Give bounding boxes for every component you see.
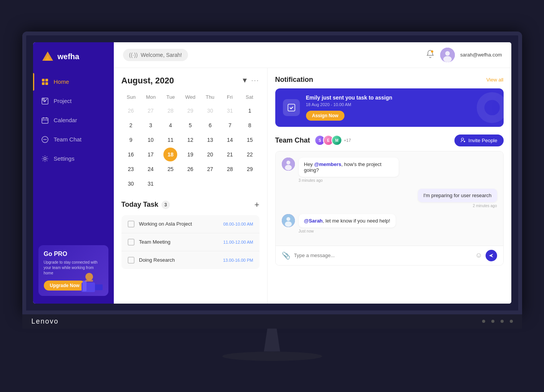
cal-day[interactable]: 6 <box>203 118 217 132</box>
cal-day[interactable]: 3 <box>144 118 158 132</box>
add-task-button[interactable]: + <box>255 200 260 210</box>
cal-day[interactable]: 19 <box>183 148 197 161</box>
cal-day[interactable]: 31 <box>144 177 158 191</box>
svg-rect-16 <box>85 280 93 282</box>
sidebar-item-teamchat[interactable]: Team Chat <box>33 131 114 148</box>
chat-message-input[interactable] <box>294 252 472 258</box>
invite-icon <box>461 138 466 143</box>
sidebar-item-project[interactable]: Project <box>33 92 114 110</box>
cal-day[interactable]: 15 <box>243 133 257 147</box>
cal-day[interactable]: 30 <box>124 177 138 191</box>
user-avatar <box>440 48 455 62</box>
cal-day[interactable]: 28 <box>223 162 237 176</box>
calendar-grid: Sun Mon Tue Wed Thu Fri Sat 26 <box>121 93 260 191</box>
tasks-header: Today Task 3 + <box>121 200 260 210</box>
svg-point-15 <box>85 273 93 281</box>
task-checkbox-3[interactable] <box>128 257 135 264</box>
cal-day <box>243 177 257 191</box>
svg-rect-14 <box>83 281 87 291</box>
body-area: August, 2020 ▼ ··· Sun Mon Tue W <box>114 68 511 304</box>
cal-day[interactable]: 29 <box>243 162 257 176</box>
cal-day[interactable]: 1 <box>243 104 257 118</box>
view-all-link[interactable]: View all <box>486 77 504 83</box>
cal-day[interactable]: 11 <box>163 133 177 147</box>
emoji-icon[interactable]: ☺ <box>475 251 482 259</box>
svg-point-11 <box>45 139 46 140</box>
cal-day[interactable]: 13 <box>203 133 217 147</box>
svg-point-26 <box>285 165 292 170</box>
calendar-more-options[interactable]: ··· <box>251 76 259 85</box>
calendar-dropdown-arrow[interactable]: ▼ <box>241 76 248 85</box>
cal-day[interactable]: 8 <box>243 118 257 132</box>
cal-day[interactable]: 23 <box>124 162 138 176</box>
task-checkbox-2[interactable] <box>128 239 135 246</box>
cal-day[interactable]: 26 <box>183 162 197 176</box>
cal-day[interactable]: 30 <box>203 104 217 118</box>
cal-day[interactable]: 4 <box>163 118 177 132</box>
welcome-text: Welcome, Sarah! <box>141 52 182 58</box>
cal-day[interactable]: 9 <box>124 133 138 147</box>
msg-avatar-1 <box>282 158 295 171</box>
logo-icon <box>41 50 55 64</box>
msg-bubble-2: I'm preparing for user research <box>418 189 497 202</box>
task-item-1: Working on Asla Project 08.00-10.00 AM <box>121 215 260 233</box>
msg-bubble-wrapper-3: @Sarah, let me know if you need help! Ju… <box>299 214 396 233</box>
weekday-sun: Sun <box>121 93 141 101</box>
invite-people-button[interactable]: Invite People <box>454 135 503 146</box>
cal-day-today[interactable]: 18 <box>163 148 177 161</box>
cal-day[interactable]: 21 <box>223 148 237 161</box>
weekday-thu: Thu <box>200 93 220 101</box>
cal-day[interactable]: 12 <box>183 133 197 147</box>
messages-body: Hey @members, how's the project going? 3… <box>276 151 503 246</box>
sidebar-item-settings[interactable]: Settings <box>33 150 114 168</box>
main-content: ((·)) Welcome, Sarah! <box>114 42 511 304</box>
cal-day[interactable]: 16 <box>124 148 138 161</box>
svg-point-23 <box>461 138 464 140</box>
svg-point-20 <box>445 51 450 56</box>
svg-point-12 <box>44 158 46 160</box>
mention-sarah: @Sarah <box>304 218 323 224</box>
cal-day[interactable]: 29 <box>183 104 197 118</box>
task-name-1: Working on Asla Project <box>139 221 219 227</box>
svg-point-25 <box>286 161 290 164</box>
cal-day[interactable]: 10 <box>144 133 158 147</box>
cal-day[interactable]: 31 <box>223 104 237 118</box>
cal-day[interactable]: 27 <box>203 162 217 176</box>
svg-rect-3 <box>45 79 48 81</box>
calendar-weekdays: Sun Mon Tue Wed Thu Fri Sat <box>121 93 260 101</box>
sidebar-item-home[interactable]: Home <box>33 73 114 91</box>
send-icon <box>489 253 494 258</box>
cal-day[interactable]: 26 <box>124 104 138 118</box>
msg-bubble-wrapper-1: Hey @members, how's the project going? 3… <box>299 158 399 183</box>
svg-point-21 <box>443 56 452 62</box>
notification-text: Emily just sent you task to assign <box>306 95 496 101</box>
cal-day[interactable]: 22 <box>243 148 257 161</box>
ctrl-dot-1 <box>482 320 485 323</box>
header-right: sarah@wefha.com <box>426 48 502 62</box>
cal-day[interactable]: 17 <box>144 148 158 161</box>
calendar-days: 26 27 28 29 30 31 1 2 3 4 <box>121 104 260 191</box>
svg-rect-17 <box>95 284 103 290</box>
sidebar-item-calendar[interactable]: Calendar <box>33 111 114 129</box>
cal-day <box>163 177 177 191</box>
attach-icon[interactable]: 📎 <box>282 251 290 260</box>
assign-now-button[interactable]: Assign Now <box>306 111 345 121</box>
task-item-2: Team Meeting 11.00-12.00 AM <box>121 233 260 251</box>
tasks-list: Working on Asla Project 08.00-10.00 AM T… <box>121 215 260 269</box>
cal-day[interactable]: 7 <box>223 118 237 132</box>
cal-day[interactable]: 25 <box>163 162 177 176</box>
cal-day[interactable]: 28 <box>163 104 177 118</box>
logo-text: wefha <box>58 52 80 61</box>
cal-day[interactable]: 24 <box>144 162 158 176</box>
bell-icon[interactable] <box>426 50 435 60</box>
task-checkbox-1[interactable] <box>128 221 135 228</box>
sidebar-label-project: Project <box>54 98 72 104</box>
cal-day[interactable]: 14 <box>223 133 237 147</box>
cal-day[interactable]: 20 <box>203 148 217 161</box>
cal-day[interactable]: 27 <box>144 104 158 118</box>
cal-day[interactable]: 5 <box>183 118 197 132</box>
message-row-1: Hey @members, how's the project going? 3… <box>282 158 497 183</box>
calendar-icon <box>41 116 49 125</box>
cal-day[interactable]: 2 <box>124 118 138 132</box>
send-button[interactable] <box>486 250 497 261</box>
